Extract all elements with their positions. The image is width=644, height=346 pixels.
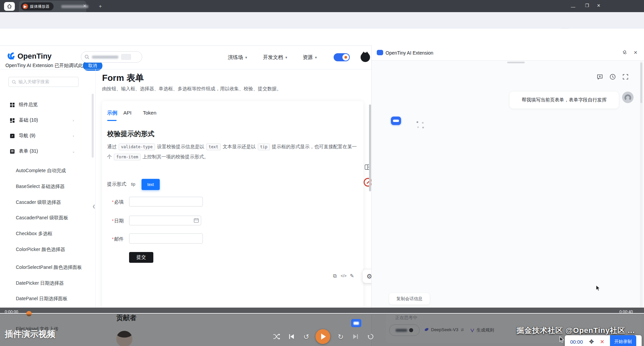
page-description: 由按钮、输入框、选择器、单选框、多选框等控件组成，用以收集、校验、提交数据。 [102,86,281,92]
browser-toolbar: ← → ↻ ⇄ opentiny.design/tiny-vue/zh-CN/o… [0,12,644,29]
home-icon [7,4,12,9]
required-asterisk: * [112,237,114,242]
rewind-icon[interactable]: ↺ [303,333,309,341]
edit-code-icon[interactable]: ✎ [350,273,354,279]
copy-session-button[interactable]: 复制会话信息 [389,293,430,305]
page-title: Form 表单 [102,72,144,84]
sidebar-item-checkbox[interactable]: Checkbox 多选框 [16,231,52,237]
watermark-credit: 掘金技术社区 @OpenTiny社区 ... [517,325,635,336]
chevron-right-icon[interactable]: › [73,119,74,122]
required-asterisk: * [112,200,114,205]
play-icon: ▶ [23,4,28,9]
pin-icon[interactable] [622,50,628,57]
date-input[interactable] [129,216,201,225]
chevron-down-icon: ▼ [245,56,248,59]
active-tab-underline [107,120,117,121]
ai-panel-title: OpenTiny AI Extension [386,50,433,56]
sidebar-item-cascaderpanel[interactable]: CascaderPanel 级联面板 [16,215,68,221]
brand-name[interactable]: OpenTiny [18,52,52,61]
loading-dots [417,121,425,129]
home-button[interactable] [4,2,15,11]
start-recording-button[interactable]: 开始录制 [610,335,636,346]
text-mode-button[interactable]: text [142,179,160,190]
code-chip-text: text [206,144,221,150]
paragraph-text: 文本显示还是以 [223,144,256,149]
sidebar-scrollbar[interactable] [92,94,94,158]
paragraph-text: 设置校验提示信息是以 [157,144,204,149]
play-button[interactable] [315,329,330,344]
page-scrollbar[interactable] [369,104,371,191]
ai-assistant-icon [391,117,401,125]
sidebar-search-input[interactable]: 输入关键字搜索 [8,77,79,87]
recorder-time: 00:00 [570,339,586,345]
paragraph-text: 通过 [107,144,117,149]
sidebar-item-datepanel[interactable]: DatePanel 日期选择面板 [16,296,67,302]
code-chip-validate-type: validate-type [119,144,155,150]
theme-toggle[interactable] [334,53,350,61]
quality-badge[interactable] [351,319,361,327]
search-icon [12,80,16,84]
chevron-down-icon: ▼ [285,56,288,59]
submit-button[interactable]: 提交 [129,252,153,263]
move-handle-icon[interactable]: ✥ [589,338,594,345]
sidebar-divider [95,69,96,308]
previous-track-icon[interactable] [288,334,295,341]
forward-icon[interactable]: ↻ [338,333,344,341]
sidebar-collapse-icon[interactable]: ❮ [92,204,95,209]
panel-scrollbar-thumb[interactable] [640,63,642,103]
sidebar-item-datepicker[interactable]: DatePicker 日期选择器 [16,280,64,286]
quality-badge-text-blurred [354,322,359,325]
mode-label: 提示形式: [107,181,127,187]
calendar-icon [194,218,199,223]
sidebar-item-navigation[interactable]: 导航 (9) [10,133,35,139]
nav-docs[interactable]: 开发文档▼ [263,54,288,61]
view-code-icon[interactable]: </> [341,274,346,278]
chevron-down-icon[interactable]: ⌄ [72,150,75,153]
email-input[interactable] [129,233,203,244]
video-progress-track[interactable] [0,313,644,314]
mouse-cursor-2 [559,336,565,343]
ai-extension-logo-icon [377,50,383,55]
window-close-button[interactable]: ✕ [597,3,601,8]
header-search-box[interactable] [81,51,142,63]
tab-token[interactable]: Token [143,110,156,116]
new-chat-icon[interactable] [596,73,603,80]
new-tab-button[interactable]: ＋ [98,3,103,9]
repeat-icon[interactable] [367,334,374,341]
recorder-close-icon[interactable]: ✕ [600,339,604,345]
required-input[interactable] [129,197,203,207]
opentiny-logo[interactable] [7,51,17,62]
github-icon[interactable] [361,53,370,62]
nav-playground[interactable]: 演练场▼ [228,54,248,61]
sidebar-item-basic[interactable]: 基础 (10) [10,117,38,123]
sidebar-item-form[interactable]: 表单 (31) [10,148,38,154]
nav-resources[interactable]: 资源▼ [303,54,317,61]
required-asterisk: * [112,219,114,223]
sidebar-item-overview[interactable]: 组件总览 [10,102,38,108]
expand-icon[interactable] [622,73,629,80]
sidebar-item-autocomplete[interactable]: AutoComplete 自动完成 [16,168,66,174]
sidebar-item-colorpicker[interactable]: ColorPicker 颜色选择器 [16,247,65,253]
media-player-label: 媒体播放器 [30,4,50,9]
panel-close-icon[interactable]: ✕ [634,50,638,55]
history-icon[interactable] [609,73,616,80]
copy-code-icon[interactable]: ⧉ [333,273,337,279]
shuffle-icon[interactable] [273,334,280,341]
panel-drag-handle[interactable] [507,62,525,63]
chevron-right-icon[interactable]: › [73,134,74,138]
sidebar-item-baseselect[interactable]: BaseSelect 基础选择器 [16,184,65,190]
sidebar-item-colorselectpanel[interactable]: ColorSelectPanel 颜色选择面板 [16,264,82,271]
tip-mode-button[interactable]: tip [127,180,140,189]
window-minimize-button[interactable]: — [571,4,575,9]
tab-examples[interactable]: 示例 [107,110,117,116]
tab-close-icon[interactable]: ✕ [83,3,87,8]
sidebar-item-cascader[interactable]: Cascader 级联选择器 [16,199,61,206]
mouse-cursor [596,285,601,292]
search-shortcut-chip [121,54,131,60]
window-restore-button[interactable]: ❐ [585,3,589,8]
tab-api[interactable]: API [123,110,131,116]
media-player-overlay[interactable]: ▶ 媒体播放器 [21,2,54,10]
section-paragraph: 通过validate-type设置校验提示信息是以text文本显示还是以tip提… [107,141,357,162]
toggle-knob-dot [344,56,347,59]
next-track-icon[interactable] [352,334,359,341]
